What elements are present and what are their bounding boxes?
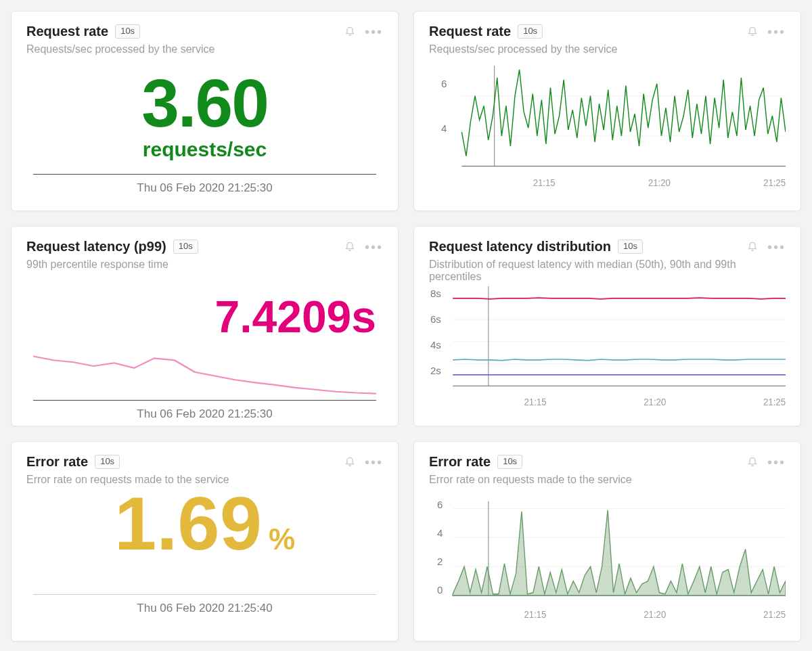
interval-badge[interactable]: 10s: [95, 455, 120, 469]
panel-subtitle: Error rate on requests made to the servi…: [429, 474, 786, 486]
y-tick: 8s: [430, 288, 441, 299]
big-number-wrap: 1.69 %: [26, 486, 383, 594]
panel-actions: •••: [344, 240, 383, 254]
bell-icon[interactable]: [747, 240, 758, 254]
y-tick: 2s: [430, 365, 441, 376]
timestamp: Thu 06 Feb 2020 21:25:40: [33, 594, 376, 615]
chart-area[interactable]: 6 4 21:1521:2021:25: [429, 66, 786, 200]
panel-header: Request rate 10s •••: [26, 24, 383, 39]
panel-latency-distribution: Request latency distribution 10s ••• Dis…: [413, 226, 801, 426]
timestamp: Thu 06 Feb 2020 21:25:30: [33, 174, 376, 195]
y-tick: 4: [437, 527, 443, 539]
panel-actions: •••: [747, 24, 786, 39]
interval-badge[interactable]: 10s: [497, 455, 522, 469]
panel-subtitle: Requests/sec processed by the service: [26, 43, 383, 55]
more-icon[interactable]: •••: [365, 25, 383, 39]
panel-actions: •••: [344, 24, 383, 39]
panel-error-rate-chart: Error rate 10s ••• Error rate on request…: [413, 441, 801, 642]
interval-badge[interactable]: 10s: [115, 24, 140, 39]
svg-text:21:20: 21:20: [644, 397, 666, 407]
more-icon[interactable]: •••: [365, 455, 383, 469]
svg-text:21:25: 21:25: [763, 177, 786, 188]
panel-header: Error rate 10s •••: [26, 454, 383, 470]
panel-title: Request latency (p99): [26, 239, 166, 254]
y-tick: 6: [441, 78, 447, 89]
panel-subtitle: 99th percentile response time: [26, 259, 383, 271]
big-number: 1.69: [114, 486, 262, 562]
panel-header: Request latency distribution 10s •••: [429, 239, 786, 254]
bell-icon[interactable]: [747, 455, 758, 470]
svg-text:21:20: 21:20: [644, 609, 666, 621]
panel-actions: •••: [747, 240, 786, 254]
chart-area[interactable]: 8s 6s 4s 2s 21:1521:2021:25: [429, 286, 786, 415]
big-number-label: requests/sec: [143, 138, 267, 161]
bell-icon[interactable]: [344, 24, 355, 39]
y-tick: 0: [437, 584, 443, 596]
panel-header: Request rate 10s •••: [429, 24, 786, 39]
error-rate-area-chart: 21:1521:2021:25: [429, 497, 786, 630]
latency-sparkline: [33, 352, 376, 401]
panel-actions: •••: [344, 455, 383, 470]
bell-icon[interactable]: [344, 240, 355, 254]
panel-request-rate-value: Request rate 10s ••• Requests/sec proces…: [11, 11, 399, 211]
bell-icon[interactable]: [344, 455, 355, 470]
panel-latency-p99-value: Request latency (p99) 10s ••• 99th perce…: [11, 226, 399, 426]
dashboard-grid: Request rate 10s ••• Requests/sec proces…: [11, 11, 801, 642]
latency-distribution-chart: 21:1521:2021:25: [429, 286, 786, 415]
panel-title: Request rate: [26, 24, 108, 39]
y-tick: 6: [437, 499, 443, 510]
panel-subtitle: Distribution of request latency with med…: [429, 259, 786, 283]
svg-text:21:25: 21:25: [763, 609, 786, 621]
big-number: 7.4209s: [26, 291, 383, 342]
svg-text:21:15: 21:15: [524, 609, 547, 621]
panel-actions: •••: [747, 455, 786, 470]
bell-icon[interactable]: [747, 24, 758, 39]
svg-text:21:20: 21:20: [648, 177, 671, 188]
panel-subtitle: Requests/sec processed by the service: [429, 43, 786, 55]
timestamp: Thu 06 Feb 2020 21:25:30: [33, 401, 376, 421]
panel-header: Request latency (p99) 10s •••: [26, 239, 383, 254]
panel-title: Request latency distribution: [429, 239, 611, 254]
big-number-suffix: %: [269, 522, 295, 556]
more-icon[interactable]: •••: [767, 455, 786, 469]
y-tick: 6s: [430, 313, 441, 325]
interval-badge[interactable]: 10s: [518, 24, 543, 39]
big-number-wrap: 3.60 requests/sec: [26, 55, 383, 174]
y-tick: 2: [437, 556, 443, 567]
panel-error-rate-value: Error rate 10s ••• Error rate on request…: [11, 441, 399, 642]
svg-text:21:15: 21:15: [524, 397, 547, 407]
panel-header: Error rate 10s •••: [429, 454, 786, 470]
request-rate-line-chart: 21:1521:2021:25: [429, 66, 786, 200]
svg-text:21:25: 21:25: [763, 397, 786, 407]
y-tick: 4s: [430, 339, 441, 351]
panel-title: Error rate: [26, 454, 88, 470]
more-icon[interactable]: •••: [767, 25, 786, 39]
svg-text:21:15: 21:15: [533, 177, 556, 188]
y-tick: 4: [441, 122, 447, 134]
big-number: 3.60: [141, 69, 268, 137]
more-icon[interactable]: •••: [365, 240, 383, 254]
chart-area[interactable]: 6 4 2 0 21:1521:2021:25: [429, 497, 786, 630]
panel-title: Request rate: [429, 24, 511, 39]
panel-request-rate-chart: Request rate 10s ••• Requests/sec proces…: [413, 11, 801, 211]
more-icon[interactable]: •••: [767, 240, 786, 254]
panel-title: Error rate: [429, 454, 491, 470]
interval-badge[interactable]: 10s: [173, 240, 198, 254]
interval-badge[interactable]: 10s: [618, 240, 643, 254]
